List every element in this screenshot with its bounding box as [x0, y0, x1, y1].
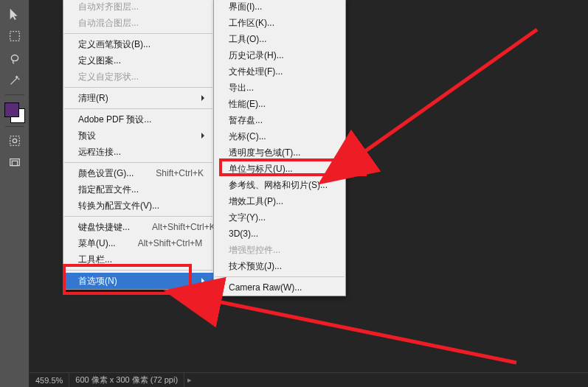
- menu-item-label: 自动对齐图层...: [78, 1, 139, 13]
- menu-item-label: 指定配置文件...: [78, 184, 139, 196]
- chevron-right-icon[interactable]: ▸: [184, 375, 195, 385]
- prefs-menu-item-13[interactable]: 文字(Y)...: [214, 209, 345, 226]
- menu-item-label: 界面(I)...: [229, 1, 262, 13]
- menu-item-label: 增强型控件...: [229, 244, 280, 257]
- menu-item-label: 增效工具(P)...: [229, 195, 283, 208]
- menu-separator: [64, 108, 212, 109]
- menu-item-label: 预设: [78, 130, 96, 142]
- menu-item-label: 导出...: [229, 82, 254, 94]
- menu-item-label: Adobe PDF 预设...: [78, 114, 151, 126]
- prefs-menu-item-0[interactable]: 界面(I)...: [214, 0, 345, 15]
- menu-item-label: 工具栏...: [78, 254, 112, 266]
- menu-item-label: 工具(O)...: [229, 33, 266, 46]
- menu-separator: [64, 162, 212, 163]
- menu-item-label: 历史记录(H)...: [229, 49, 284, 62]
- prefs-menu-item-12[interactable]: 增效工具(P)...: [214, 193, 345, 209]
- tool-separator: [5, 94, 24, 95]
- menu-item-label: Camera Raw(W)...: [229, 282, 302, 293]
- menu-item-label: 远程连接...: [78, 146, 121, 158]
- color-swatch[interactable]: [4, 102, 25, 123]
- prefs-menu-item-15: 增强型控件...: [214, 242, 345, 258]
- prefs-menu-item-5[interactable]: 导出...: [214, 80, 345, 96]
- edit-menu-item-3[interactable]: 定义画笔预设(B)...: [63, 36, 213, 52]
- menu-separator: [64, 270, 212, 271]
- menu-shortcut: Shift+Ctrl+K: [134, 168, 204, 178]
- prefs-menu-item-7[interactable]: 暂存盘...: [214, 112, 345, 128]
- screenmode-tool[interactable]: [4, 153, 25, 172]
- menu-item-label: 定义图案...: [78, 55, 121, 67]
- edit-menu-item-21[interactable]: 首选项(N): [63, 273, 213, 289]
- menu-item-label: 首选项(N): [78, 275, 117, 287]
- svg-rect-4: [12, 161, 17, 165]
- prefs-menu-item-14[interactable]: 3D(3)...: [214, 226, 345, 242]
- prefs-menu-item-2[interactable]: 工具(O)...: [214, 31, 345, 47]
- quickmask-tool[interactable]: [4, 131, 25, 150]
- menu-separator: [64, 216, 212, 217]
- menu-item-label: 文件处理(F)...: [229, 66, 283, 78]
- edit-menu-item-5: 定义自定形状...: [63, 69, 213, 85]
- menu-item-label: 菜单(U)...: [78, 237, 116, 250]
- edit-menu-item-19[interactable]: 工具栏...: [63, 251, 213, 268]
- marquee-tool[interactable]: [4, 27, 25, 46]
- edit-menu-item-7[interactable]: 清理(R): [63, 90, 213, 106]
- menu-item-label: 光标(C)...: [229, 130, 266, 143]
- edit-menu-item-14[interactable]: 指定配置文件...: [63, 181, 213, 198]
- menu-separator: [64, 33, 212, 34]
- prefs-menu-item-1[interactable]: 工作区(K)...: [214, 15, 345, 31]
- svg-rect-1: [10, 136, 19, 146]
- menu-item-label: 颜色设置(G)...: [78, 167, 134, 180]
- menu-item-label: 3D(3)...: [229, 229, 258, 239]
- menu-item-label: 定义画笔预设(B)...: [78, 38, 151, 51]
- edit-menu-item-15[interactable]: 转换为配置文件(V)...: [63, 198, 213, 214]
- menu-shortcut: Alt+Shift+Ctrl+M: [116, 238, 203, 248]
- prefs-menu-item-18[interactable]: Camera Raw(W)...: [214, 279, 345, 296]
- menu-item-label: 单位与标尺(U)...: [229, 163, 293, 175]
- document-info[interactable]: 600 像素 x 300 像素 (72 ppi): [69, 373, 184, 387]
- prefs-menu-item-16[interactable]: 技术预览(J)...: [214, 258, 345, 274]
- prefs-menu-item-4[interactable]: 文件处理(F)...: [214, 63, 345, 80]
- edit-menu-item-17[interactable]: 键盘快捷键...Alt+Shift+Ctrl+K: [63, 219, 213, 235]
- edit-menu-item-11[interactable]: 远程连接...: [63, 144, 213, 160]
- menu-item-label: 键盘快捷键...: [78, 221, 130, 234]
- edit-menu-item-4[interactable]: 定义图案...: [63, 52, 213, 69]
- menu-item-label: 转换为配置文件(V)...: [78, 200, 159, 212]
- menu-item-label: 技术预览(J)...: [229, 260, 282, 273]
- edit-menu-item-9[interactable]: Adobe PDF 预设...: [63, 111, 213, 128]
- edit-menu-item-10[interactable]: 预设: [63, 128, 213, 144]
- preferences-submenu: 界面(I)...工作区(K)...工具(O)...历史记录(H)...文件处理(…: [213, 0, 346, 296]
- prefs-menu-item-10[interactable]: 单位与标尺(U)...: [214, 161, 345, 177]
- move-tool[interactable]: [4, 4, 25, 24]
- menu-item-label: 定义自定形状...: [78, 71, 139, 83]
- prefs-menu-item-3[interactable]: 历史记录(H)...: [214, 47, 345, 63]
- svg-rect-0: [10, 32, 19, 41]
- prefs-menu-item-8[interactable]: 光标(C)...: [214, 128, 345, 144]
- toolbar: [0, 0, 30, 387]
- wand-tool[interactable]: [4, 71, 25, 90]
- edit-menu-dropdown: 自动对齐图层...自动混合图层...定义画笔预设(B)...定义图案...定义自…: [63, 0, 214, 290]
- tool-separator: [5, 126, 24, 127]
- prefs-menu-item-6[interactable]: 性能(E)...: [214, 96, 345, 112]
- prefs-menu-item-9[interactable]: 透明度与色域(T)...: [214, 144, 345, 161]
- menu-item-label: 自动混合图层...: [78, 17, 139, 29]
- prefs-menu-item-11[interactable]: 参考线、网格和切片(S)...: [214, 177, 345, 193]
- menu-item-label: 透明度与色域(T)...: [229, 147, 300, 159]
- menu-item-label: 清理(R): [78, 92, 108, 105]
- svg-rect-3: [10, 159, 19, 166]
- svg-point-2: [13, 139, 16, 142]
- edit-menu-item-13[interactable]: 颜色设置(G)...Shift+Ctrl+K: [63, 165, 213, 181]
- edit-menu-item-1: 自动混合图层...: [63, 15, 213, 31]
- lasso-tool[interactable]: [4, 49, 25, 68]
- zoom-level[interactable]: 459.5%: [30, 373, 69, 387]
- edit-menu-item-0: 自动对齐图层...: [63, 0, 213, 15]
- menu-item-label: 文字(Y)...: [229, 212, 266, 224]
- menu-item-label: 暂存盘...: [229, 114, 263, 127]
- menu-separator: [64, 87, 212, 88]
- statusbar: 459.5% 600 像素 x 300 像素 (72 ppi) ▸: [30, 372, 588, 387]
- menu-separator: [215, 276, 345, 277]
- menu-item-label: 工作区(K)...: [229, 17, 274, 29]
- menu-shortcut: Alt+Shift+Ctrl+K: [130, 222, 215, 232]
- menu-item-label: 性能(E)...: [229, 98, 266, 111]
- edit-menu-item-18[interactable]: 菜单(U)...Alt+Shift+Ctrl+M: [63, 235, 213, 251]
- menu-item-label: 参考线、网格和切片(S)...: [229, 179, 328, 192]
